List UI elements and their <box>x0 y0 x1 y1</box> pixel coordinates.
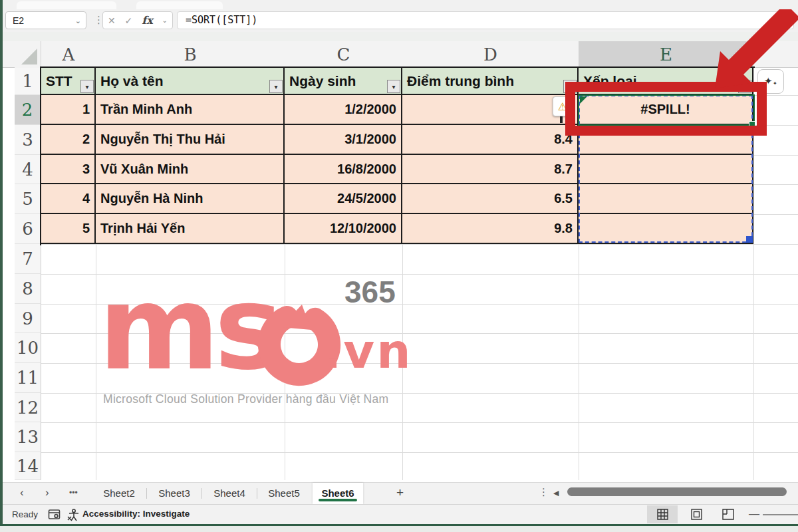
row-header-4[interactable]: 4 <box>15 155 41 184</box>
cell-c6[interactable]: 12/10/2000 <box>285 214 402 244</box>
row-header-12[interactable]: 12 <box>15 393 41 422</box>
cell-b5[interactable]: Nguyễn Hà Ninh <box>96 184 285 214</box>
row-header-13[interactable]: 13 <box>15 422 41 452</box>
active-tab-underline <box>319 499 357 501</box>
cell-c2[interactable]: 1/2/2000 <box>285 95 402 125</box>
tab-sheet6-active[interactable]: Sheet6 <box>313 483 363 504</box>
normal-view-button[interactable] <box>647 505 678 523</box>
macro-record-icon[interactable] <box>48 509 61 521</box>
formula-bar-gap <box>0 32 798 41</box>
row-header-6[interactable]: 6 <box>15 214 41 244</box>
row-header-11[interactable]: 11 <box>15 363 41 393</box>
cell-c5[interactable]: 24/5/2000 <box>285 184 402 214</box>
tab-sheet2[interactable]: Sheet2 <box>93 483 145 504</box>
hidden-value-fragment <box>560 116 563 123</box>
row-header-3[interactable]: 3 <box>15 125 41 155</box>
tab-separator <box>201 488 202 499</box>
window-left-edge <box>0 0 3 526</box>
add-sheet-button[interactable]: + <box>396 485 404 500</box>
name-box-dropdown-icon[interactable]: ⌄ <box>75 12 81 30</box>
select-all-triangle-icon <box>21 49 37 65</box>
cell-b4[interactable]: Vũ Xuân Minh <box>96 155 285 184</box>
tab-sheet6-label: Sheet6 <box>321 487 354 499</box>
row-header-2[interactable]: 2 <box>15 95 41 125</box>
tab-sheet3[interactable]: Sheet3 <box>148 483 200 504</box>
gridline <box>41 422 798 423</box>
tab-separator <box>146 488 147 499</box>
enter-icon[interactable]: ✓ <box>125 15 133 26</box>
ribbon-pill <box>136 1 223 9</box>
page-layout-view-icon <box>691 509 702 520</box>
gridline <box>41 452 798 453</box>
cell-a2[interactable]: 1 <box>41 95 96 125</box>
excel-window: E2 ⌄ ⋮ ✕ ✓ fx ⌄ =SORT([STT]) A B C D E 1… <box>0 0 798 532</box>
page-break-view-button[interactable] <box>713 505 743 523</box>
page-break-view-icon <box>722 509 734 520</box>
cell-a5[interactable]: 4 <box>41 184 96 214</box>
cell-a4[interactable]: 3 <box>41 155 96 184</box>
insert-function-icon[interactable]: fx <box>142 14 152 27</box>
name-box[interactable]: E2 ⌄ <box>5 11 86 29</box>
column-header-c[interactable]: C <box>285 41 402 68</box>
ribbon-edge <box>0 0 798 9</box>
scroll-left-icon[interactable]: ◀ <box>553 489 559 497</box>
red-arrow-annotation <box>680 9 798 94</box>
row-header-5[interactable]: 5 <box>15 184 41 214</box>
watermark-tagline: Microsoft Cloud Solution Provider hàng đ… <box>103 392 388 406</box>
tab-separator <box>257 488 257 499</box>
filter-icon-dob[interactable]: ▾ <box>387 80 400 93</box>
cell-c3[interactable]: 3/1/2000 <box>285 125 402 155</box>
more-sheets-icon[interactable]: ••• <box>69 488 78 497</box>
header-cell-name[interactable]: Họ và tên <box>96 68 285 95</box>
cell-d6[interactable]: 9.8 <box>402 214 579 244</box>
sheet-tab-bar: ‹ › ••• Sheet2 Sheet3 Sheet4 Sheet5 Shee… <box>0 482 798 504</box>
row-header-10[interactable]: 10 <box>15 333 41 363</box>
row-header-7[interactable]: 7 <box>15 244 41 274</box>
zoom-slider[interactable] <box>763 514 798 515</box>
cell-d5[interactable]: 6.5 <box>402 184 579 214</box>
cell-d4[interactable]: 8.7 <box>402 155 579 184</box>
filter-icon-stt[interactable]: ▾ <box>80 80 94 93</box>
cell-c4[interactable]: 16/8/2000 <box>285 155 402 184</box>
cancel-icon[interactable]: ✕ <box>108 15 116 26</box>
cell-b6[interactable]: Trịnh Hải Yến <box>96 214 285 244</box>
row-header-9[interactable]: 9 <box>15 304 41 333</box>
tab-sheet5[interactable]: Sheet5 <box>259 483 309 504</box>
window-bottom-pad <box>0 526 798 532</box>
spill-range-handle[interactable] <box>746 236 753 243</box>
header-cell-dob[interactable]: Ngày sinh <box>285 68 402 95</box>
watermark-badge: 365 <box>344 274 396 310</box>
normal-view-icon <box>657 509 668 520</box>
status-mode: Ready <box>12 509 38 519</box>
row-header-8[interactable]: 8 <box>15 274 41 304</box>
cell-b3[interactable]: Nguyễn Thị Thu Hải <box>96 125 285 155</box>
prev-sheet-icon[interactable]: ‹ <box>20 486 24 499</box>
formula-buttons: ✕ ✓ fx ⌄ <box>102 11 173 29</box>
name-box-value: E2 <box>13 15 24 26</box>
select-all-button[interactable] <box>15 41 41 68</box>
column-header-b[interactable]: B <box>96 41 285 68</box>
column-header-a[interactable]: A <box>41 41 96 68</box>
row-header-1[interactable]: 1 <box>15 68 41 95</box>
header-cell-score[interactable]: Điểm trung bình <box>402 68 579 95</box>
status-bar: Ready Accessibility: Investigate <box>0 504 798 524</box>
tab-options-icon[interactable]: ⋮ <box>539 486 549 498</box>
cell-d3[interactable]: 8.4 <box>402 125 579 155</box>
page-layout-view-button[interactable] <box>681 505 712 523</box>
accessibility-status-button[interactable]: Accessibility: Investigate <box>82 509 190 519</box>
tab-sheet4[interactable]: Sheet4 <box>203 483 255 504</box>
accessibility-icon[interactable] <box>66 509 80 521</box>
function-dropdown-icon[interactable]: ⌄ <box>162 17 168 24</box>
cell-b2[interactable]: Trần Minh Anh <box>96 95 285 125</box>
row-header-14[interactable]: 14 <box>15 452 41 480</box>
column-header-d[interactable]: D <box>402 41 579 68</box>
cell-a3[interactable]: 2 <box>41 125 96 155</box>
h-scrollbar-thumb[interactable] <box>567 487 787 496</box>
watermark-domain: .vn <box>323 323 413 379</box>
filter-icon-name[interactable]: ▾ <box>269 80 283 93</box>
next-sheet-icon[interactable]: › <box>45 486 49 499</box>
cell-a6[interactable]: 5 <box>41 214 96 244</box>
window-bottom-edge <box>0 524 798 526</box>
ribbon-pill <box>17 1 116 9</box>
zoom-out-icon[interactable]: — <box>749 508 759 520</box>
